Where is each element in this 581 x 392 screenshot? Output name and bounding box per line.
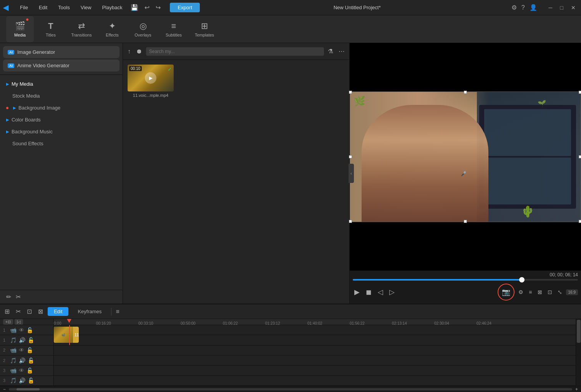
- timeline-view-button[interactable]: ⊞: [3, 306, 11, 317]
- subtitles2-icon[interactable]: ≡: [527, 287, 533, 297]
- progress-handle[interactable]: [519, 277, 525, 282]
- nav-color-boards[interactable]: ▶ Color Boards: [0, 114, 123, 126]
- handle-tm[interactable]: [464, 91, 467, 94]
- track-num-1a: 1: [3, 338, 8, 342]
- timeline-trim-button[interactable]: ⊡: [25, 306, 33, 317]
- prev-frame-button[interactable]: ◁: [376, 286, 385, 298]
- scrollbar-track[interactable]: [9, 388, 572, 390]
- redo-icon[interactable]: ↪: [156, 4, 161, 11]
- help-icon[interactable]: ?: [521, 4, 525, 11]
- close-button[interactable]: ✕: [569, 4, 578, 12]
- export-button[interactable]: Export: [170, 3, 200, 12]
- nav-stock-media[interactable]: Stock Media: [0, 90, 123, 102]
- eye-icon-3[interactable]: 👁: [19, 367, 24, 374]
- lock-icon-2a[interactable]: 🔓: [28, 357, 34, 364]
- play-button[interactable]: ▶: [353, 286, 361, 298]
- media-item[interactable]: 00:10 ✓ ▶ 11.voic...mple.mp4: [128, 65, 174, 98]
- skip-to-start[interactable]: |◁: [15, 319, 23, 325]
- toolbar-templates[interactable]: ⊞ Templates: [191, 16, 218, 42]
- nav-bg-arrow-icon: ▶: [13, 106, 16, 110]
- eye-icon-1[interactable]: 👁: [19, 327, 24, 333]
- save-icon[interactable]: 💾: [131, 4, 138, 11]
- handle-tl[interactable]: [349, 91, 352, 94]
- image-generator-button[interactable]: AI Image Generator: [3, 46, 120, 58]
- track-row-3-video: 3 📹 👁 🔓: [0, 365, 581, 375]
- progress-bar[interactable]: [353, 279, 578, 281]
- handle-br[interactable]: [579, 220, 581, 223]
- nav-background-image[interactable]: ▶ Background Image: [0, 102, 123, 114]
- tab-edit[interactable]: Edit: [48, 307, 68, 316]
- timeline-cut-button[interactable]: ✂: [14, 306, 22, 317]
- music-track-icon-1[interactable]: 🎵: [10, 337, 17, 343]
- filter-icon[interactable]: ⚗: [326, 46, 335, 56]
- menu-view[interactable]: View: [78, 3, 94, 12]
- track-num-2a: 2: [3, 358, 8, 363]
- toolbar-effects[interactable]: ✦ Effects: [98, 16, 126, 42]
- volume-icon-1[interactable]: 🔊: [19, 337, 25, 343]
- user-icon[interactable]: 👤: [530, 4, 537, 11]
- time-5: 01;23;12: [265, 321, 280, 325]
- lock-icon-2[interactable]: 🔓: [27, 347, 33, 353]
- toolbar-titles[interactable]: T Titles: [37, 16, 65, 42]
- handle-rm[interactable]: [579, 155, 581, 158]
- menu-edit[interactable]: Edit: [37, 3, 50, 12]
- toolbar-transitions[interactable]: ⇄ Transitions: [68, 16, 95, 42]
- search-input[interactable]: [146, 47, 324, 56]
- vertical-scrollbar[interactable]: [576, 319, 581, 386]
- playhead-marker: [69, 319, 71, 323]
- lock-icon-1a[interactable]: 🔓: [28, 337, 34, 343]
- cut-tool-icon[interactable]: ✂: [16, 293, 21, 301]
- zoom-in-button[interactable]: +: [575, 387, 578, 392]
- eye-icon-2[interactable]: 👁: [19, 347, 24, 353]
- handle-lm[interactable]: [349, 155, 352, 158]
- camera-track-icon-3[interactable]: 📹: [10, 367, 17, 374]
- toolbar-subtitles[interactable]: ≡ Subtitles: [160, 16, 188, 42]
- timeline-crop-button[interactable]: ⊠: [37, 306, 45, 317]
- anime-generator-button[interactable]: AI Anime Video Generator: [3, 60, 120, 71]
- toolbar-overlays[interactable]: ◎ Overlays: [129, 16, 157, 42]
- titles-icon: T: [48, 21, 53, 31]
- menu-playback[interactable]: Playback: [100, 3, 125, 12]
- camera-button[interactable]: 📷: [498, 284, 515, 301]
- stop-button[interactable]: ◼: [364, 286, 373, 298]
- lock-icon-1[interactable]: 🔓: [27, 327, 33, 333]
- music-track-icon-2[interactable]: 🎵: [10, 357, 17, 364]
- fullscreen-icon[interactable]: ⤡: [556, 287, 564, 297]
- next-frame-button[interactable]: ▷: [388, 286, 396, 298]
- volume-icon-2[interactable]: 🔊: [19, 357, 25, 364]
- camera-track-icon[interactable]: 📹: [10, 327, 17, 333]
- lock-icon-3a[interactable]: 🔓: [28, 377, 34, 384]
- settings2-icon[interactable]: ⚙: [517, 287, 525, 297]
- scrollbar-thumb[interactable]: [17, 388, 40, 390]
- tab-keyframes[interactable]: Keyframes: [71, 307, 108, 316]
- zoom-out-button[interactable]: −: [3, 387, 6, 392]
- toolbar-media[interactable]: 🎬 Media: [6, 16, 34, 42]
- scrollbar-thumb-v[interactable]: [577, 320, 581, 343]
- nav-sound-effects[interactable]: Sound Effects: [0, 138, 123, 149]
- timeline-list-icon[interactable]: ≡: [115, 307, 121, 317]
- upload-icon[interactable]: ↑: [126, 47, 132, 56]
- edit-tool-icon[interactable]: ✏: [6, 293, 11, 301]
- handle-tr[interactable]: [579, 91, 581, 94]
- record-icon[interactable]: ⏺: [134, 47, 144, 56]
- volume-icon-3[interactable]: 🔊: [19, 377, 25, 384]
- menu-file[interactable]: File: [18, 3, 30, 12]
- maximize-button[interactable]: □: [558, 4, 566, 12]
- camera-track-icon-2[interactable]: 📹: [10, 347, 17, 353]
- more-icon[interactable]: ⋯: [337, 46, 346, 56]
- zoom-fit-icon[interactable]: ⊠: [536, 287, 544, 297]
- lock-icon-3[interactable]: 🔓: [27, 367, 33, 374]
- music-track-icon-3[interactable]: 🎵: [10, 377, 17, 384]
- handle-bm[interactable]: [464, 220, 467, 223]
- nav-my-media[interactable]: ▶ My Media: [0, 78, 123, 90]
- handle-bl[interactable]: [349, 220, 352, 223]
- menu-tools[interactable]: Tools: [56, 3, 72, 12]
- aspect-ratio-badge[interactable]: 16:9: [566, 289, 578, 295]
- panel-collapse-button[interactable]: ‹: [349, 164, 354, 183]
- add-track-button[interactable]: +⊡: [3, 319, 13, 325]
- minimize-button[interactable]: ─: [546, 4, 555, 12]
- settings-icon[interactable]: ⚙: [511, 4, 517, 11]
- undo-icon[interactable]: ↩: [144, 4, 149, 11]
- crop-icon[interactable]: ⊡: [546, 287, 554, 297]
- nav-background-music[interactable]: ▶ Background Music: [0, 126, 123, 138]
